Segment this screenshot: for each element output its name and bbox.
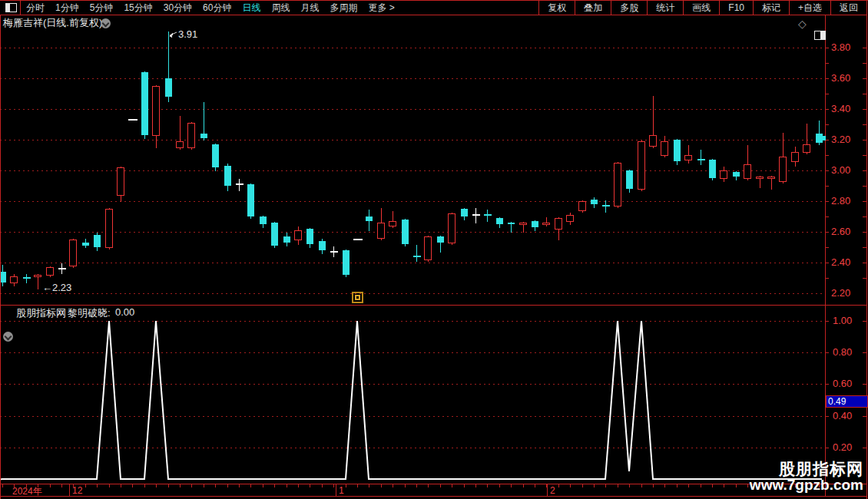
menu-item-更多 >[interactable]: 更多 > [368,2,394,15]
menu-item-多周期[interactable]: 多周期 [330,2,357,15]
annotation-arrowhead [169,33,173,38]
menu-item-F10[interactable]: F10 [719,1,753,15]
tools-menu: 复权叠加多股统计画线F10标记+自选返回 [538,1,866,15]
y-axis-label: 0.60 [833,378,852,389]
menubar-separator [20,1,21,15]
indicator-site-label: 股朋指标网 [16,306,66,320]
candles-layer [0,31,823,289]
menu-item-周线[interactable]: 周线 [271,2,290,15]
signal-marker-icon [352,292,363,303]
indicator-line [0,321,822,480]
menu-item-日线[interactable]: 日线 [242,2,260,15]
menu-item-复权[interactable]: 复权 [538,1,575,15]
menu-item-1分钟[interactable]: 1分钟 [55,2,79,15]
low-annotation: ←2.23 [42,282,71,293]
y-axis-label: 1.00 [833,315,852,326]
watermark-site-name: 股朋指标网 [750,461,863,478]
y-axis-label: 3.80 [831,41,850,53]
high-annotation: 3.91 [178,28,197,40]
menu-item-叠加[interactable]: 叠加 [575,1,611,15]
chart-canvas [0,0,868,499]
last-price-tick [820,136,826,140]
y-axis-label: 2.40 [831,256,850,268]
menu-item-月线[interactable]: 月线 [300,2,319,15]
menu-item-标记[interactable]: 标记 [753,1,789,15]
title-chevron-down-icon[interactable] [101,18,111,28]
menu-item-+自选[interactable]: +自选 [789,1,830,15]
menu-item-分时[interactable]: 分时 [26,2,45,15]
layout-left-icon[interactable] [5,3,17,12]
menu-item-多股[interactable]: 多股 [611,1,647,15]
y-axis-label: 3.40 [831,103,850,114]
period-menu: 分时1分钟5分钟15分钟30分钟60分钟日线周线月线多周期更多 > [26,2,395,15]
trading-app-window: 分时1分钟5分钟15分钟30分钟60分钟日线周线月线多周期更多 > 复权叠加多股… [0,0,868,499]
stock-title: 梅雁吉祥(日线.前复权) [3,16,102,30]
timeline-month-label: 1 [339,485,344,496]
timeline-month-label: 12 [72,485,82,496]
y-axis-label: 3.60 [831,72,850,84]
menu-item-画线[interactable]: 画线 [683,1,719,15]
y-axis-label: 2.80 [831,195,850,207]
y-axis-label: 2.20 [831,287,850,299]
indicator-chevron-down-icon[interactable] [3,332,13,342]
y-axis-label: 0.80 [833,346,852,358]
watermark: 股朋指标网 www.7gpzb.com [750,461,863,493]
grid-layer [0,48,825,448]
menu-item-5分钟[interactable]: 5分钟 [90,2,114,15]
y-axis-label: 2.60 [831,226,850,237]
axis-value-badge: 0.49 [826,395,868,408]
y-axis-label: 3.00 [831,164,850,176]
timeline-year-label: 2024年 [12,485,42,498]
layout-right-icon[interactable] [814,31,826,40]
timeline-layer [3,484,820,496]
menubar: 分时1分钟5分钟15分钟30分钟60分钟日线周线月线多周期更多 > 复权叠加多股… [0,0,866,15]
indicator-value: 0.00 [115,306,134,318]
menu-item-15分钟[interactable]: 15分钟 [124,2,152,15]
timeline-month-label: 2 [550,485,555,496]
menu-item-60分钟[interactable]: 60分钟 [203,2,231,15]
menu-item-30分钟[interactable]: 30分钟 [164,2,192,15]
watermark-url: www.7gpzb.com [750,478,863,493]
y-axis-label: 0.20 [833,441,852,453]
y-axis-label: 0.40 [833,410,852,421]
y-axis-label: 3.20 [831,134,850,145]
menu-item-统计[interactable]: 统计 [647,1,683,15]
menu-item-返回[interactable]: 返回 [830,1,866,15]
frame-layer [0,0,868,499]
indicator-name-label: 黎明破晓: [68,306,111,320]
diamond-icon[interactable]: ◇ [798,18,807,30]
